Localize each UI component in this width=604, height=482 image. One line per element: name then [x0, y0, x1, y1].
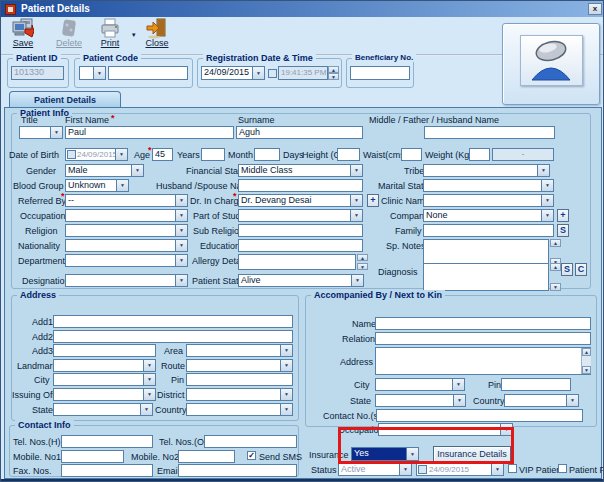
dropdown-arrow-icon[interactable]: ▼ — [280, 345, 292, 356]
status-date-select[interactable]: 24/09/2015 ▼ — [416, 463, 504, 476]
part-of-study-select[interactable]: ▼ — [238, 209, 363, 222]
patient-photo-button[interactable] — [502, 23, 600, 105]
dropdown-arrow-icon[interactable]: ▼ — [175, 195, 187, 206]
dropdown-arrow-icon[interactable]: ▼ — [491, 464, 503, 475]
landmark-select[interactable]: ▼ — [53, 359, 156, 372]
kin-occupation-select[interactable]: ▼ — [378, 423, 513, 436]
waist-field[interactable] — [401, 148, 422, 161]
religion-select[interactable]: ▼ — [65, 224, 188, 237]
dropdown-arrow-icon[interactable]: ▼ — [175, 240, 187, 251]
city-select[interactable]: ▼ — [53, 373, 156, 386]
area-select[interactable]: ▼ — [186, 344, 293, 357]
spinner-down-icon[interactable]: ▼ — [328, 73, 339, 80]
patient-code-field[interactable] — [108, 66, 188, 80]
registration-time-field[interactable]: 19:41:35 PM — [278, 66, 328, 80]
patient-portal-checkbox[interactable] — [558, 464, 567, 473]
pin-field[interactable] — [186, 373, 293, 386]
dropdown-arrow-icon[interactable]: ▼ — [175, 255, 187, 266]
kin-name-field[interactable] — [375, 317, 591, 330]
status-select[interactable]: Active▼ — [338, 463, 412, 476]
route-select[interactable]: ▼ — [186, 359, 293, 372]
diagnosis-search-button[interactable]: S — [561, 263, 573, 276]
kin-pin-field[interactable] — [501, 378, 571, 391]
education-field[interactable] — [238, 239, 363, 252]
fax-field[interactable] — [61, 464, 153, 477]
patient-code-prefix-select[interactable]: ▼ — [79, 66, 106, 80]
surname-field[interactable]: Aguh — [236, 126, 363, 139]
add2-field[interactable] — [53, 330, 293, 343]
spinner-up-icon[interactable]: ▲ — [328, 66, 339, 73]
add1-field[interactable] — [53, 315, 293, 328]
family-field[interactable] — [423, 224, 554, 237]
dropdown-arrow-icon[interactable]: ▼ — [50, 127, 62, 138]
dropdown-arrow-icon[interactable]: ▼ — [453, 395, 465, 406]
dropdown-arrow-icon[interactable]: ▼ — [566, 395, 578, 406]
kin-city-select[interactable]: ▼ — [375, 378, 465, 391]
add3-field[interactable] — [53, 344, 156, 357]
insurance-details-button[interactable]: Insurance Details — [433, 446, 511, 462]
dropdown-arrow-icon[interactable]: ▼ — [406, 448, 418, 460]
department-select[interactable]: ▼ — [65, 254, 188, 267]
scroll-down-icon[interactable]: ▼ — [357, 263, 368, 270]
kin-country-select[interactable]: ▼ — [504, 394, 579, 407]
diagnosis-clear-button[interactable]: C — [575, 263, 587, 276]
family-search-button[interactable]: S — [557, 224, 569, 237]
clinic-name-select[interactable]: ▼ — [423, 194, 554, 207]
dropdown-arrow-icon[interactable]: ▼ — [143, 374, 155, 385]
district-select[interactable]: ▼ — [186, 388, 293, 401]
title-select[interactable]: ▼ — [19, 126, 63, 139]
dropdown-arrow-icon[interactable]: ▼ — [280, 389, 292, 400]
insurance-select[interactable]: Yes▼ — [351, 447, 419, 461]
kin-address-field[interactable] — [375, 347, 591, 375]
tel-h-field[interactable] — [61, 435, 153, 448]
dropdown-arrow-icon[interactable]: ▼ — [175, 210, 187, 221]
kin-address-scrollbar[interactable]: ▲ ▼ — [581, 348, 591, 374]
dropdown-arrow-icon[interactable]: ▼ — [143, 360, 155, 371]
dropdown-arrow-icon[interactable]: ▼ — [131, 165, 143, 176]
first-name-field[interactable]: Paul — [65, 126, 234, 139]
print-menu-arrow-icon[interactable]: ▾ — [132, 29, 136, 40]
dropdown-arrow-icon[interactable]: ▼ — [280, 404, 292, 415]
blood-group-select[interactable]: Unknown▼ — [65, 179, 129, 192]
dropdown-arrow-icon[interactable]: ▼ — [537, 165, 549, 176]
occupation-select[interactable]: ▼ — [65, 209, 188, 222]
diagnosis-scrollbar[interactable]: ▲ ▼ — [550, 263, 561, 291]
financial-status-select[interactable]: Middle Class▼ — [238, 164, 363, 177]
scroll-up-icon[interactable]: ▲ — [582, 348, 591, 356]
status-date-checkbox[interactable] — [418, 465, 427, 474]
close-window-button[interactable]: x — [588, 3, 602, 15]
state-select[interactable]: ▼ — [53, 403, 153, 416]
allergy-field[interactable] — [238, 254, 356, 270]
dropdown-arrow-icon[interactable]: ▼ — [350, 210, 362, 221]
dropdown-arrow-icon[interactable]: ▼ — [175, 275, 187, 286]
tel-o-field[interactable] — [204, 435, 297, 448]
save-button[interactable]: Save — [5, 18, 41, 53]
vip-patient-checkbox[interactable] — [508, 464, 517, 473]
country-select[interactable]: ▼ — [186, 403, 293, 416]
kin-state-select[interactable]: ▼ — [375, 394, 466, 407]
dropdown-arrow-icon[interactable]: ▼ — [452, 379, 464, 390]
delete-button[interactable]: Delete — [51, 18, 87, 53]
registration-date-select[interactable]: 24/09/2015▼ — [201, 66, 265, 80]
dropdown-arrow-icon[interactable]: ▼ — [350, 165, 362, 176]
mobile2-field[interactable] — [178, 450, 235, 463]
tab-patient-details[interactable]: Patient Details — [9, 91, 121, 108]
dropdown-arrow-icon[interactable]: ▼ — [140, 404, 152, 415]
mobile1-field[interactable] — [61, 450, 124, 463]
issuing-select[interactable]: ▼ — [53, 388, 156, 401]
patient-id-field[interactable]: 101330 — [11, 66, 64, 80]
dr-in-charge-select[interactable]: Dr. Devang Desai▼ — [238, 194, 363, 207]
weight-field[interactable] — [469, 148, 490, 161]
scroll-down-icon[interactable]: ▼ — [582, 366, 591, 374]
patient-status-select[interactable]: Alive▼ — [238, 274, 364, 287]
kin-contact-field[interactable] — [376, 409, 583, 422]
dropdown-arrow-icon[interactable]: ▼ — [350, 195, 362, 206]
age-months-field[interactable] — [201, 148, 225, 161]
send-sms-checkbox[interactable]: ✓ — [247, 451, 256, 460]
sp-notes-scrollbar[interactable]: ▲ ▼ — [550, 239, 561, 266]
tribe-select[interactable]: ▼ — [423, 164, 550, 177]
height-field[interactable] — [337, 148, 360, 161]
dropdown-arrow-icon[interactable]: ▼ — [143, 389, 155, 400]
dropdown-arrow-icon[interactable]: ▼ — [252, 67, 264, 79]
scroll-up-icon[interactable]: ▲ — [550, 239, 561, 247]
